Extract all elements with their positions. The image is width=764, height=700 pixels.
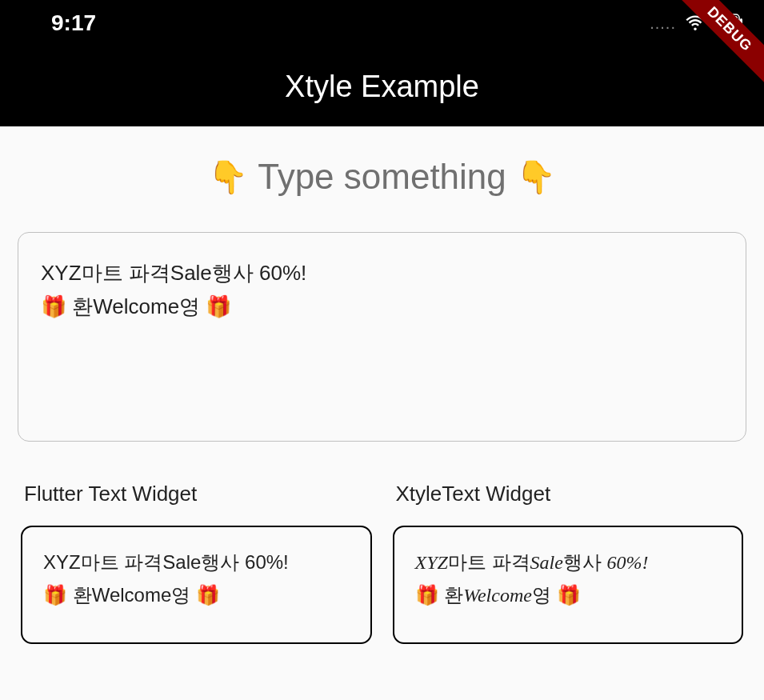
- xtyle-segment-ko: 🎁 환: [415, 584, 464, 606]
- xtyle-text-column: XtyleText Widget XYZ마트 파격Sale행사 60%! 🎁 환…: [393, 482, 744, 644]
- xtyle-segment-ko: 마트 파격: [448, 551, 530, 573]
- flutter-text-column: Flutter Text Widget XYZ마트 파격Sale행사 60%!🎁…: [21, 482, 372, 644]
- xtyle-output-box: XYZ마트 파격Sale행사 60%! 🎁 환Welcome영 🎁: [393, 526, 744, 644]
- flutter-output-box: XYZ마트 파격Sale행사 60%!🎁 환Welcome영 🎁: [21, 526, 372, 644]
- content-area: 👇 Type something 👇 Flutter Text Widget X…: [0, 126, 764, 644]
- comparison-row: Flutter Text Widget XYZ마트 파격Sale행사 60%!🎁…: [18, 482, 746, 644]
- xtyle-segment-en: 60%!: [607, 552, 649, 573]
- point-down-icon: 👇: [516, 158, 556, 196]
- prompt-text: Type something: [258, 157, 506, 197]
- xtyle-segment-en: XYZ: [415, 552, 448, 573]
- point-down-icon: 👇: [208, 158, 248, 196]
- xtyle-segment-ko: 행사: [563, 551, 607, 573]
- status-bar: 9:17 .....: [0, 0, 764, 46]
- cellular-dots-icon: .....: [650, 14, 676, 33]
- xtyle-segment-ko: 영 🎁: [532, 584, 581, 606]
- xtyle-segment-en: Sale: [530, 552, 563, 573]
- app-bar: Xtyle Example: [0, 46, 764, 126]
- app-title: Xtyle Example: [285, 70, 479, 104]
- xtyle-segment-en: Welcome: [463, 585, 532, 606]
- flutter-column-header: Flutter Text Widget: [21, 482, 372, 506]
- text-input[interactable]: [18, 232, 746, 442]
- prompt-row: 👇 Type something 👇: [18, 157, 746, 197]
- xtyle-column-header: XtyleText Widget: [393, 482, 744, 506]
- status-time: 9:17: [51, 10, 96, 36]
